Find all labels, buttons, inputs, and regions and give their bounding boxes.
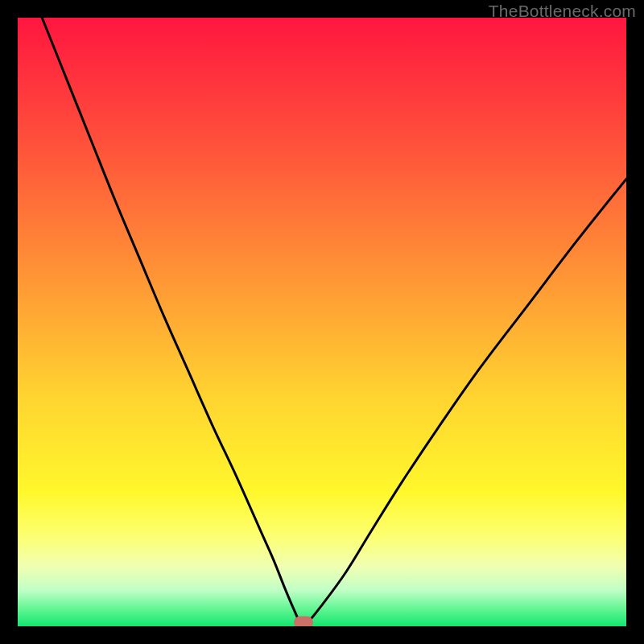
plot-area: [18, 18, 626, 626]
optimal-point-marker: [294, 617, 313, 626]
chart-frame: TheBottleneck.com: [0, 0, 644, 644]
curve-svg: [18, 18, 626, 626]
bottleneck-curve: [42, 18, 626, 625]
